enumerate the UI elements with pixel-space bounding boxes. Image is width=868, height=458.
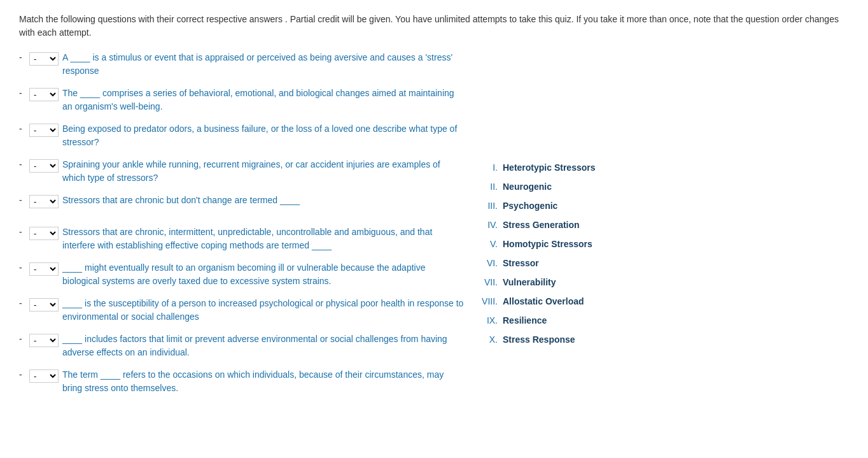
question-dash: - [19, 52, 25, 62]
question-dash: - [19, 124, 25, 134]
question-text: A ____ is a stimulus or event that is ap… [62, 51, 465, 78]
answer-label: Allostatic Overload [503, 296, 584, 306]
question-row: --IIIIIIIVVVIVIIVIIIIXXBeing exposed to … [19, 122, 465, 149]
question-dash: - [19, 369, 25, 380]
answer-item: IX.Resilience [477, 315, 849, 326]
answer-select[interactable]: -IIIIIIIVVVIVIIVIIIIXX [29, 52, 59, 66]
answer-select[interactable]: -IIIIIIIVVVIVIIVIIIIXX [29, 159, 59, 173]
question-text: The ____ comprises a series of behaviora… [62, 87, 465, 113]
answer-item: V.Homotypic Stressors [477, 239, 849, 249]
answer-item: II.Neurogenic [477, 182, 849, 192]
question-row: --IIIIIIIVVVIVIIVIIIIXX____ is the susce… [19, 297, 465, 324]
answer-roman-numeral: IV. [477, 220, 498, 230]
answer-item: IV.Stress Generation [477, 220, 849, 230]
answer-dropdown-wrap[interactable]: -IIIIIIIVVVIVIIVIIIIXX [29, 88, 59, 101]
question-row: --IIIIIIIVVVIVIIVIIIIXXStressors that ar… [19, 194, 465, 217]
answer-label: Homotypic Stressors [503, 239, 592, 249]
answer-select[interactable]: -IIIIIIIVVVIVIIVIIIIXX [29, 195, 59, 208]
answer-item: I.Heterotypic Stressors [477, 162, 849, 173]
intro-text: Match the following questions with their… [19, 13, 849, 39]
question-row: --IIIIIIIVVVIVIIVIIIIXX____ might eventu… [19, 261, 465, 288]
main-layout: --IIIIIIIVVVIVIIVIIIIXXA ____ is a stimu… [19, 51, 849, 404]
question-text: Being exposed to predator odors, a busin… [62, 122, 465, 149]
question-dash: - [19, 88, 25, 98]
question-row: --IIIIIIIVVVIVIIVIIIIXXThe term ____ ref… [19, 368, 465, 395]
questions-column: --IIIIIIIVVVIVIIVIIIIXXA ____ is a stimu… [19, 51, 465, 404]
answer-item: X.Stress Response [477, 334, 849, 345]
question-text: Spraining your ankle while running, recu… [62, 158, 465, 185]
question-text: ____ might eventually result to an organ… [62, 261, 465, 288]
question-text: ____ includes factors that limit or prev… [62, 333, 465, 359]
answer-item: III.Psychogenic [477, 201, 849, 211]
answer-dropdown-wrap[interactable]: -IIIIIIIVVVIVIIVIIIIXX [29, 195, 59, 208]
answer-label: Heterotypic Stressors [503, 162, 596, 173]
answer-select[interactable]: -IIIIIIIVVVIVIIVIIIIXX [29, 334, 59, 347]
answer-select[interactable]: -IIIIIIIVVVIVIIVIIIIXX [29, 88, 59, 101]
answer-dropdown-wrap[interactable]: -IIIIIIIVVVIVIIVIIIIXX [29, 334, 59, 347]
answer-label: Stress Response [503, 334, 575, 345]
answer-label: Resilience [503, 315, 547, 326]
answer-roman-numeral: II. [477, 182, 498, 192]
question-row: --IIIIIIIVVVIVIIVIIIIXXThe ____ comprise… [19, 87, 465, 113]
answer-dropdown-wrap[interactable]: -IIIIIIIVVVIVIIVIIIIXX [29, 227, 59, 240]
question-dash: - [19, 159, 25, 169]
question-row: --IIIIIIIVVVIVIIVIIIIXXSpraining your an… [19, 158, 465, 185]
answer-dropdown-wrap[interactable]: -IIIIIIIVVVIVIIVIIIIXX [29, 369, 59, 383]
question-row: --IIIIIIIVVVIVIIVIIIIXX____ includes fac… [19, 333, 465, 359]
question-text: ____ is the susceptibility of a person t… [62, 297, 465, 324]
answer-dropdown-wrap[interactable]: -IIIIIIIVVVIVIIVIIIIXX [29, 52, 59, 66]
question-dash: - [19, 334, 25, 344]
answer-roman-numeral: VII. [477, 277, 498, 287]
answer-roman-numeral: V. [477, 239, 498, 249]
answer-select[interactable]: -IIIIIIIVVVIVIIVIIIIXX [29, 298, 59, 311]
answer-roman-numeral: VIII. [477, 296, 498, 306]
answer-roman-numeral: VI. [477, 258, 498, 268]
answer-dropdown-wrap[interactable]: -IIIIIIIVVVIVIIVIIIIXX [29, 262, 59, 276]
question-dash: - [19, 227, 25, 237]
answer-dropdown-wrap[interactable]: -IIIIIIIVVVIVIIVIIIIXX [29, 298, 59, 311]
question-dash: - [19, 298, 25, 308]
answer-label: Psychogenic [503, 201, 557, 211]
question-row: --IIIIIIIVVVIVIIVIIIIXXStressors that ar… [19, 225, 465, 252]
answer-roman-numeral: I. [477, 162, 498, 173]
answer-roman-numeral: X. [477, 334, 498, 345]
answer-roman-numeral: III. [477, 201, 498, 211]
question-text: Stressors that are chronic but don't cha… [62, 194, 465, 207]
answer-item: VIII.Allostatic Overload [477, 296, 849, 306]
answers-list: I.Heterotypic StressorsII.NeurogenicIII.… [477, 162, 849, 345]
answer-select[interactable]: -IIIIIIIVVVIVIIVIIIIXX [29, 227, 59, 240]
answers-column: I.Heterotypic StressorsII.NeurogenicIII.… [465, 51, 849, 404]
answer-dropdown-wrap[interactable]: -IIIIIIIVVVIVIIVIIIIXX [29, 124, 59, 137]
answer-item: VI.Stressor [477, 258, 849, 268]
answer-label: Stressor [503, 258, 539, 268]
question-dash: - [19, 262, 25, 273]
question-text: The term ____ refers to the occasions on… [62, 368, 465, 395]
answer-item: VII.Vulnerability [477, 277, 849, 287]
answer-label: Neurogenic [503, 182, 552, 192]
answer-select[interactable]: -IIIIIIIVVVIVIIVIIIIXX [29, 124, 59, 137]
answer-label: Stress Generation [503, 220, 580, 230]
answer-roman-numeral: IX. [477, 315, 498, 326]
question-dash: - [19, 195, 25, 205]
question-row: --IIIIIIIVVVIVIIVIIIIXXA ____ is a stimu… [19, 51, 465, 78]
question-text: Stressors that are chronic, intermittent… [62, 225, 465, 252]
answer-label: Vulnerability [503, 277, 556, 287]
answer-dropdown-wrap[interactable]: -IIIIIIIVVVIVIIVIIIIXX [29, 159, 59, 173]
answer-select[interactable]: -IIIIIIIVVVIVIIVIIIIXX [29, 262, 59, 276]
answer-select[interactable]: -IIIIIIIVVVIVIIVIIIIXX [29, 369, 59, 383]
